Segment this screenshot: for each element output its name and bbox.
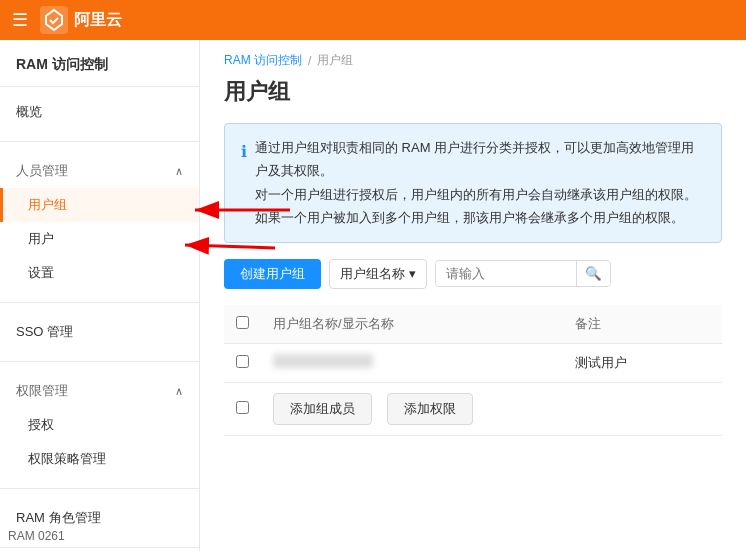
sidebar-section-sso: SSO 管理: [0, 307, 199, 357]
logo-text: 阿里云: [74, 10, 122, 31]
main-layout: RAM 访问控制 概览 人员管理 ∧ 用户组 用户 设置 SSO 管理 权限管理…: [0, 40, 746, 551]
toolbar: 创建用户组 用户组名称 ▾ 🔍: [200, 259, 746, 305]
chevron-up-icon-2: ∧: [175, 385, 183, 398]
breadcrumb-current: 用户组: [317, 52, 353, 69]
row-checkbox-cell: [224, 343, 261, 382]
sidebar-section-permission-label: 权限管理: [16, 382, 68, 400]
search-input[interactable]: [436, 261, 576, 286]
sidebar-divider-2: [0, 302, 199, 303]
table-header-checkbox: [224, 305, 261, 344]
sidebar-item-settings[interactable]: 设置: [0, 256, 199, 290]
logo-icon: [40, 6, 68, 34]
filter-label: 用户组名称: [340, 265, 405, 283]
sidebar-section-people-label: 人员管理: [16, 162, 68, 180]
table-header-note: 备注: [563, 305, 722, 344]
add-members-button[interactable]: 添加组成员: [273, 393, 372, 425]
action-checkbox-cell: [224, 382, 261, 435]
content-area: RAM 访问控制 / 用户组 用户组 ℹ 通过用户组对职责相同的 RAM 用户进…: [200, 40, 746, 551]
sidebar-section-people: 人员管理 ∧ 用户组 用户 设置: [0, 146, 199, 298]
table-header-row: 用户组名称/显示名称 备注: [224, 305, 722, 344]
sidebar-section-permission: 权限管理 ∧ 授权 权限策略管理: [0, 366, 199, 484]
sidebar-title: RAM 访问控制: [0, 40, 199, 87]
sidebar-collapse-button[interactable]: ‹: [199, 276, 200, 316]
table-header-name: 用户组名称/显示名称: [261, 305, 563, 344]
info-icon: ℹ: [241, 138, 247, 230]
info-text: 通过用户组对职责相同的 RAM 用户进行分类并授权，可以更加高效地管理用户及其权…: [255, 136, 705, 230]
select-all-checkbox[interactable]: [236, 316, 249, 329]
sidebar-item-user[interactable]: 用户: [0, 222, 199, 256]
sidebar-item-overview[interactable]: 概览: [0, 95, 199, 129]
search-input-wrapper: 🔍: [435, 260, 611, 287]
content-inner: RAM 访问控制 / 用户组 用户组 ℹ 通过用户组对职责相同的 RAM 用户进…: [200, 40, 746, 551]
sidebar-item-user-group[interactable]: 用户组: [0, 188, 199, 222]
add-permissions-button[interactable]: 添加权限: [387, 393, 473, 425]
filter-chevron-icon: ▾: [409, 266, 416, 281]
sidebar-divider-4: [0, 488, 199, 489]
sidebar-item-sso[interactable]: SSO 管理: [0, 315, 199, 349]
row-checkbox[interactable]: [236, 355, 249, 368]
blurred-group-name: [273, 354, 373, 368]
page-title: 用户组: [200, 69, 746, 123]
row-name-cell: [261, 343, 563, 382]
row-note-cell: 测试用户: [563, 343, 722, 382]
sidebar-item-authorization[interactable]: 授权: [0, 408, 199, 442]
sidebar-item-policy[interactable]: 权限策略管理: [0, 442, 199, 476]
table-container: 用户组名称/显示名称 备注 测试用户: [200, 305, 746, 436]
filter-select[interactable]: 用户组名称 ▾: [329, 259, 427, 289]
sidebar-divider-5: [0, 547, 199, 548]
breadcrumb: RAM 访问控制 / 用户组: [200, 40, 746, 69]
menu-icon[interactable]: ☰: [12, 9, 28, 31]
info-line-2: 对一个用户组进行授权后，用户组内的所有用户会自动继承该用户组的权限。: [255, 183, 705, 206]
sidebar-divider-3: [0, 361, 199, 362]
app-header: ☰ 阿里云: [0, 0, 746, 40]
info-line-3: 如果一个用户被加入到多个用户组，那该用户将会继承多个用户组的权限。: [255, 206, 705, 229]
user-group-table: 用户组名称/显示名称 备注 测试用户: [224, 305, 722, 436]
breadcrumb-separator: /: [308, 54, 311, 68]
search-button[interactable]: 🔍: [576, 261, 610, 286]
info-box: ℹ 通过用户组对职责相同的 RAM 用户进行分类并授权，可以更加高效地管理用户及…: [224, 123, 722, 243]
logo: 阿里云: [40, 6, 122, 34]
table-action-row: 添加组成员 添加权限: [224, 382, 722, 435]
sidebar-divider-1: [0, 141, 199, 142]
breadcrumb-home[interactable]: RAM 访问控制: [224, 52, 302, 69]
sidebar-section-permission-header[interactable]: 权限管理 ∧: [0, 374, 199, 408]
sidebar: RAM 访问控制 概览 人员管理 ∧ 用户组 用户 设置 SSO 管理 权限管理…: [0, 40, 200, 551]
info-line-1: 通过用户组对职责相同的 RAM 用户进行分类并授权，可以更加高效地管理用户及其权…: [255, 136, 705, 183]
chevron-up-icon: ∧: [175, 165, 183, 178]
ram-label: RAM 0261: [8, 529, 65, 543]
action-row-checkbox[interactable]: [236, 401, 249, 414]
table-row: 测试用户: [224, 343, 722, 382]
create-group-button[interactable]: 创建用户组: [224, 259, 321, 289]
action-buttons-cell: 添加组成员 添加权限: [261, 382, 722, 435]
sidebar-section-overview: 概览: [0, 87, 199, 137]
sidebar-section-people-header[interactable]: 人员管理 ∧: [0, 154, 199, 188]
